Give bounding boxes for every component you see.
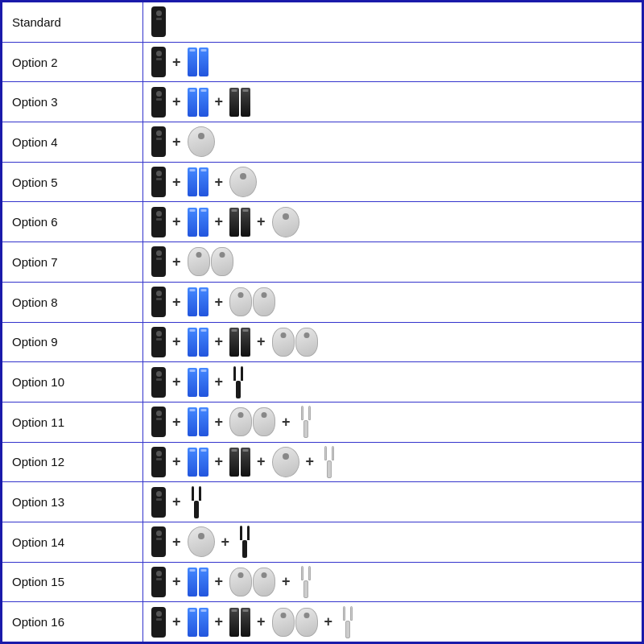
remote-icon — [151, 126, 166, 157]
sensor-pair-icon — [229, 287, 275, 316]
plus-sign: + — [172, 493, 181, 510]
table-row: Option 11+++ — [2, 402, 642, 443]
battery-blue-icon — [188, 88, 208, 117]
sensor-pair-icon — [188, 247, 233, 276]
row-label: Option 6 — [2, 202, 143, 242]
table-row: Option 12++++ — [2, 443, 642, 483]
plus-sign: + — [215, 613, 224, 630]
sensor-single-icon — [188, 526, 215, 557]
sensor-single-icon — [188, 126, 215, 157]
row-content: +++ — [143, 402, 642, 442]
remote-icon — [151, 6, 166, 37]
battery-blue-icon — [188, 287, 208, 316]
plus-sign: + — [172, 333, 181, 350]
remote-icon — [151, 487, 166, 518]
battery-blue-icon — [188, 368, 208, 397]
row-label: Standard — [2, 2, 143, 42]
plus-sign: + — [215, 453, 224, 470]
battery-black-icon — [229, 328, 250, 357]
plus-sign: + — [172, 254, 181, 270]
fork-black-icon — [188, 486, 205, 518]
plus-sign: + — [215, 374, 224, 390]
plus-sign: + — [324, 613, 333, 630]
plus-sign: + — [257, 613, 266, 630]
plus-sign: + — [257, 213, 266, 230]
plus-sign: + — [215, 93, 224, 110]
remote-icon — [151, 607, 166, 638]
battery-black-icon — [229, 208, 250, 237]
row-label: Option 4 — [2, 122, 143, 162]
remote-icon — [151, 526, 166, 557]
table-row: Option 10++ — [2, 362, 642, 402]
plus-sign: + — [306, 453, 315, 470]
fork-white-icon — [297, 566, 315, 598]
row-label: Option 16 — [2, 602, 143, 642]
plus-sign: + — [257, 453, 266, 470]
row-content: +++ — [143, 563, 642, 602]
sensor-pair-icon — [272, 328, 318, 357]
remote-icon — [151, 47, 166, 77]
battery-blue-icon — [188, 568, 208, 597]
plus-sign: + — [172, 534, 181, 551]
table-row: Option 5++ — [2, 163, 642, 203]
plus-sign: + — [172, 374, 181, 390]
remote-icon — [151, 207, 166, 237]
sensor-pair-icon — [272, 608, 318, 637]
remote-icon — [151, 567, 166, 597]
battery-blue-icon — [188, 608, 208, 637]
row-label: Option 5 — [2, 163, 143, 202]
battery-blue-icon — [188, 328, 208, 357]
row-content: + — [143, 43, 642, 82]
row-content: ++ — [143, 163, 642, 202]
row-content: + — [143, 482, 642, 522]
plus-sign: + — [215, 294, 224, 311]
remote-icon — [151, 407, 166, 437]
table-row: Option 9+++ — [2, 323, 642, 363]
remote-icon — [151, 367, 166, 398]
plus-sign: + — [172, 174, 181, 191]
row-content: +++ — [143, 202, 642, 242]
plus-sign: + — [172, 93, 181, 110]
table-row: Option 14++ — [2, 522, 642, 563]
table-row: Option 13+ — [2, 482, 642, 522]
sensor-single-icon — [272, 447, 299, 477]
plus-sign: + — [215, 414, 224, 431]
row-content: + — [143, 242, 642, 282]
sensor-pair-icon — [229, 568, 275, 597]
battery-black-icon — [229, 88, 250, 117]
fork-white-icon — [297, 406, 315, 438]
remote-icon — [151, 447, 166, 477]
table-row: Standard — [2, 2, 642, 43]
row-label: Option 3 — [2, 82, 143, 122]
remote-icon — [151, 87, 166, 118]
row-label: Option 7 — [2, 242, 143, 282]
plus-sign: + — [257, 333, 266, 350]
table-row: Option 7+ — [2, 242, 642, 283]
row-label: Option 15 — [2, 563, 143, 602]
table-row: Option 2+ — [2, 43, 642, 83]
battery-blue-icon — [188, 47, 208, 76]
plus-sign: + — [172, 414, 181, 431]
row-content: +++ — [143, 323, 642, 362]
plus-sign: + — [172, 573, 181, 590]
row-content: ++ — [143, 522, 642, 562]
table-row: Option 3++ — [2, 82, 642, 122]
row-label: Option 2 — [2, 43, 143, 82]
row-label: Option 11 — [2, 402, 143, 442]
plus-sign: + — [172, 453, 181, 470]
remote-icon — [151, 246, 166, 277]
plus-sign: + — [172, 613, 181, 630]
battery-blue-icon — [188, 407, 208, 436]
battery-blue-icon — [188, 208, 208, 237]
row-content — [143, 2, 642, 42]
plus-sign: + — [172, 213, 181, 230]
fork-black-icon — [236, 526, 254, 558]
row-label: Option 13 — [2, 482, 143, 522]
row-label: Option 8 — [2, 283, 143, 322]
battery-blue-icon — [188, 167, 208, 196]
row-label: Option 9 — [2, 323, 143, 362]
plus-sign: + — [215, 333, 224, 350]
plus-sign: + — [221, 534, 230, 551]
sensor-single-icon — [272, 207, 299, 237]
fork-black-icon — [229, 366, 247, 398]
